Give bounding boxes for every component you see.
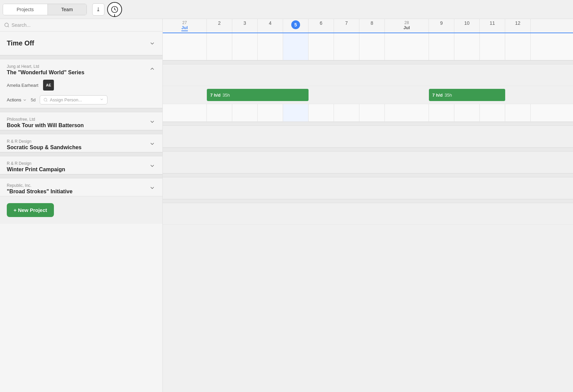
day-5-num-today: 5 [291,20,300,29]
assign-placeholder: Assign Person... [50,97,82,102]
act-week28 [385,104,429,121]
search-icon [4,22,9,28]
project-name-broad: "Broad Strokes" Initiative [7,189,73,195]
week-28-header: 28 Jul [385,19,429,33]
search-placeholder: Search... [12,22,31,28]
act-d12 [505,104,531,121]
time-off-cal-row [163,33,573,60]
day-col-5: 5 [283,19,309,33]
day-7-num: 7 [345,20,348,26]
timeoff-d10 [454,33,480,60]
act-d11 [480,104,505,121]
project-header-broad: Republic, Inc. "Broad Strokes" Initiativ… [0,178,162,196]
week-28-num: 28 [404,20,409,25]
chevron-down-icon-2 [149,119,155,125]
search-small-icon [43,98,48,102]
new-project-button[interactable]: + New Project [7,203,54,217]
collapse-icon: ⤓ [96,6,100,13]
broad-bar-row [163,203,573,225]
actions-button[interactable]: Actions [7,97,27,102]
act-d6 [309,104,334,121]
project-header-winter: R & R Design Winter Print Campaign [0,156,162,174]
day-col-3: 3 [232,19,258,33]
act-d3 [232,104,258,121]
dropdown-chevron-icon [100,97,104,102]
section-divider-2 [0,108,162,112]
tab-group: Projects Team [3,4,87,15]
week-27-header: 27 Jul [163,19,207,33]
day-12-num: 12 [515,20,520,26]
section-divider-1 [0,55,162,59]
amelia-green-bar[interactable]: 7 h/d 35h [207,89,309,101]
sep-after-socratic [163,173,573,177]
act-d2 [207,104,232,121]
day-11-num: 11 [490,20,495,26]
project-chevron-winter[interactable] [147,161,157,171]
actions-row-wonderful: Actions 5d Assign Person... [0,93,162,108]
day-col-9: 9 [429,19,454,33]
day-6-num: 6 [320,20,322,26]
book-tour-bar-row [163,126,573,148]
amelia-green-bar-2[interactable]: 7 h/d 35h [429,89,505,101]
day-9-num: 9 [440,20,443,26]
calendar-panel: 27 Jul 2 3 4 5 6 7 8 28 Jul [163,19,573,392]
amelia-bar2-total: 35h [444,93,452,98]
timeoff-d11 [480,33,505,60]
chevron-down-icon-5 [149,185,155,191]
project-chevron-socratic[interactable] [147,139,157,149]
avatar-amelia: AE [43,80,54,91]
timeoff-d5 [283,33,309,60]
project-header-wonderful: Jung at Heart, Ltd The "Wonderful World"… [0,59,162,77]
week-27-month: Jul [181,25,188,31]
sep-after-winter [163,199,573,203]
time-off-chevron[interactable] [147,39,157,48]
header: Projects Team ⤓ [0,0,573,19]
assign-person-dropdown[interactable]: Assign Person... [40,95,107,104]
svg-point-3 [44,98,47,101]
tab-team[interactable]: Team [48,4,86,15]
project-client-wonderful: Jung at Heart, Ltd [7,64,84,69]
collapse-button[interactable]: ⤓ [92,3,104,16]
project-client-winter: R & R Design [7,161,65,166]
sep-after-wonderful [163,122,573,126]
section-divider-5 [0,174,162,178]
day-2-num: 2 [218,20,221,26]
header-controls: ⤓ [92,2,122,17]
week-28-days: 9 10 11 12 [429,19,573,33]
project-row-book-tour: Philosofree, Ltd Book Tour with Will Bat… [0,112,162,130]
chevron-down-icon-3 [149,141,155,147]
project-row-socratic: R & R Design Socratic Soup & Sandwiches [0,134,162,152]
time-filter-button[interactable] [107,2,122,17]
amelia-bar-hours: 7 h/d [210,93,220,98]
sep-after-timeoff [163,60,573,64]
chevron-down-icon-4 [149,163,155,169]
timeoff-d3 [232,33,258,60]
day-col-10: 10 [454,19,480,33]
winter-bar-row [163,177,573,199]
timeoff-week28 [385,33,429,60]
act-d8 [359,104,385,121]
act-d7 [334,104,359,121]
search-field[interactable]: Search... [4,22,158,28]
amelia-bar-total: 35h [222,93,230,98]
svg-line-2 [8,26,9,27]
calendar-header: 27 Jul 2 3 4 5 6 7 8 28 Jul [163,19,573,33]
project-chevron-broad[interactable] [147,183,157,193]
project-header-socratic: R & R Design Socratic Soup & Sandwiches [0,134,162,152]
time-off-section: Time Off [0,32,162,55]
week-27-days: 2 3 4 5 6 7 8 [207,19,385,33]
timeoff-d2 [207,33,232,60]
week-27-num: 27 [182,20,187,25]
sep-after-book-tour [163,148,573,152]
project-name-socratic: Socratic Soup & Sandwiches [7,144,82,151]
actions-label: Actions [7,97,21,102]
project-client-book-tour: Philosofree, Ltd [7,117,84,122]
day-8-num: 8 [371,20,373,26]
tab-projects[interactable]: Projects [3,4,48,15]
day-col-4: 4 [258,19,283,33]
person-name-amelia: Amelia Earheart [7,83,38,88]
project-chevron-book-tour[interactable] [147,117,157,126]
project-chevron-wonderful[interactable] [147,64,157,74]
act-d5 [283,104,309,121]
svg-line-4 [46,101,47,101]
